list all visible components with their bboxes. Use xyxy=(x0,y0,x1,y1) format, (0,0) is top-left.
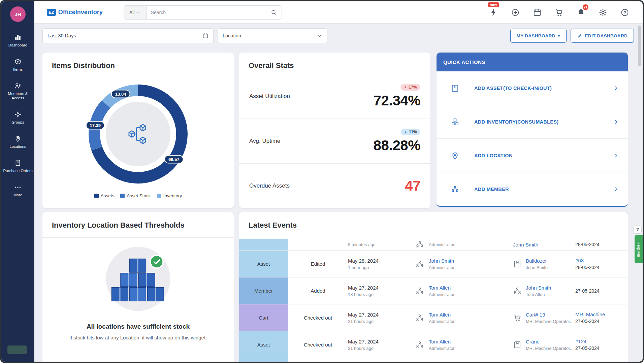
event-user: John Smith Administrator xyxy=(415,251,513,277)
legend-swatch xyxy=(120,194,125,198)
member-team-icon xyxy=(451,185,459,194)
team-icon xyxy=(415,260,424,268)
thresholds-card: Inventory Location Based Thresholds xyxy=(42,212,234,363)
items-distribution-donut: 69.5717.3913.04 xyxy=(88,84,189,185)
quick-action-label: ADD ASSET(TO CHECK-IN/OUT) xyxy=(474,86,612,91)
sidebar-item-label: Dashboard xyxy=(8,43,27,48)
event-time-ago: 8 minutes ago xyxy=(348,242,376,247)
members-icon xyxy=(14,82,22,90)
event-type-chip: Member xyxy=(239,277,288,304)
app-logo[interactable]: EZ OfficeInventory xyxy=(47,9,103,16)
date-range-picker[interactable]: Last 30 Days xyxy=(42,28,214,43)
whats-new-button[interactable]: NEW xyxy=(489,8,498,17)
donut-value-label: 17.39 xyxy=(86,121,105,129)
topbar-icons: NEW 21 xyxy=(489,8,629,17)
event-item-link[interactable]: John Smith xyxy=(513,242,538,248)
notification-count-badge: 21 xyxy=(583,4,588,10)
location-filter[interactable]: Location xyxy=(218,28,327,43)
event-item-sub: MR. Machine Operator... xyxy=(526,346,574,351)
card-title: Inventory Location Based Thresholds xyxy=(42,212,234,230)
sidebar-item-members-access[interactable]: Members & Access xyxy=(1,77,34,106)
cart-icon xyxy=(555,8,564,17)
event-date-value: May 27, 2024 xyxy=(348,312,415,318)
quick-action-add-asset[interactable]: ADD ASSET(TO CHECK-IN/OUT) xyxy=(437,71,628,105)
event-user-role: Administrator xyxy=(429,242,455,247)
sidebar-item-label: Items xyxy=(13,67,23,72)
event-action: Checked out xyxy=(288,331,348,358)
help-icon xyxy=(620,8,629,17)
stat-value: 88.28% xyxy=(374,137,420,154)
sidebar-item-groups[interactable]: Groups xyxy=(1,106,34,130)
quick-action-add-member[interactable]: ADD MEMBER xyxy=(437,172,628,206)
event-ref: 28-05-2024 xyxy=(575,239,628,250)
event-item-link[interactable]: Cart# 19 xyxy=(526,312,574,318)
quick-action-add-location[interactable]: ADD LOCATION xyxy=(437,138,628,172)
event-user-link[interactable]: Tom Allen xyxy=(429,339,455,344)
settings-button[interactable] xyxy=(599,8,607,17)
notifications-button[interactable]: 21 xyxy=(577,8,585,17)
legend-label: Assets xyxy=(101,193,115,198)
sidebar-item-dashboard[interactable]: Dashboard xyxy=(1,29,34,53)
cart-button[interactable] xyxy=(555,8,564,17)
latest-events-card: Latest Events 8 minutes ago Administrato… xyxy=(239,212,628,363)
gear-icon xyxy=(599,8,607,17)
event-item-link[interactable]: John Smith xyxy=(526,285,551,291)
event-ref-link[interactable]: #63 xyxy=(575,258,620,263)
chevron-right-icon xyxy=(612,186,619,193)
legend-label: Inventory xyxy=(163,193,182,198)
event-ref-link[interactable]: MR. Machine xyxy=(575,311,620,317)
event-action xyxy=(288,239,348,250)
help-button[interactable] xyxy=(620,8,629,17)
event-date-value: May 27, 2024 xyxy=(348,339,415,344)
calendar-button[interactable] xyxy=(533,8,542,17)
quick-action-add-inventory[interactable]: ADD INVENTORY(CONSUMABLES) xyxy=(437,105,628,138)
event-item: Cart# 19 MR. Machine Operator... xyxy=(513,304,575,331)
cart-icon xyxy=(513,314,522,322)
sidebar-item-items[interactable]: Items xyxy=(1,53,34,77)
event-user-link[interactable]: Tom Allen xyxy=(429,285,455,291)
event-item-link[interactable]: Crane xyxy=(526,339,574,344)
event-type-chip: Asset xyxy=(239,331,288,358)
avatar[interactable]: JH xyxy=(10,6,26,22)
items-illustration-icon xyxy=(118,114,158,154)
sidebar-item-more[interactable]: More xyxy=(1,178,34,203)
quick-action-label: ADD INVENTORY(CONSUMABLES) xyxy=(474,119,612,125)
event-item-sub: John Smith xyxy=(526,265,548,270)
chat-widget-sliver[interactable] xyxy=(7,345,27,354)
help-question-button[interactable]: ? xyxy=(634,226,641,233)
lightning-icon xyxy=(489,8,498,17)
search-scope-select[interactable]: All xyxy=(124,6,147,19)
page-scrollbar[interactable] xyxy=(638,26,641,66)
event-user: Administrator xyxy=(415,239,513,250)
check-circle-icon xyxy=(150,255,163,268)
help-me-tab[interactable]: Help Me xyxy=(635,235,643,263)
search-icon[interactable] xyxy=(270,9,277,16)
event-user-link[interactable]: Tom Allen xyxy=(429,312,455,318)
event-item-link[interactable]: Bulldozer xyxy=(526,258,548,264)
event-ref-link[interactable]: #124 xyxy=(575,338,620,344)
event-time-ago: 21 hours ago xyxy=(348,319,415,324)
my-dashboard-label: MY DASHBOARD xyxy=(517,33,555,38)
edit-dashboard-button[interactable]: EDIT DASHBOARD xyxy=(571,29,634,43)
purchase-orders-icon xyxy=(14,159,22,167)
calendar-icon xyxy=(202,33,208,39)
search-input[interactable] xyxy=(147,10,270,15)
legend-item-assets: Assets xyxy=(94,193,115,198)
quick-add-button[interactable] xyxy=(511,8,520,17)
chevron-down-icon xyxy=(136,10,141,15)
event-user-link[interactable]: John Smith xyxy=(429,258,455,264)
event-time-ago: 18 hours ago xyxy=(348,292,415,297)
sidebar: JH Dashboard Items Members & Access Grou… xyxy=(1,1,34,362)
events-table: 8 minutes ago Administrator John Smith 2… xyxy=(239,239,628,363)
topbar: EZ OfficeInventory All NEW xyxy=(34,1,643,24)
my-dashboard-button[interactable]: MY DASHBOARD ▾ xyxy=(510,29,567,43)
sidebar-item-purchase-orders[interactable]: Purchase Orders xyxy=(1,154,34,178)
stat-row-overdue-assets: Overdue Assets 47 xyxy=(239,163,430,208)
sidebar-item-label: Members & Access xyxy=(3,92,33,101)
pencil-icon xyxy=(577,33,582,38)
event-row-partial xyxy=(239,358,628,363)
divider xyxy=(42,237,234,238)
team-icon xyxy=(415,240,424,249)
event-ref: MR. Machine 27-05-2024 xyxy=(575,304,628,331)
sidebar-item-locations[interactable]: Locations xyxy=(1,130,34,154)
